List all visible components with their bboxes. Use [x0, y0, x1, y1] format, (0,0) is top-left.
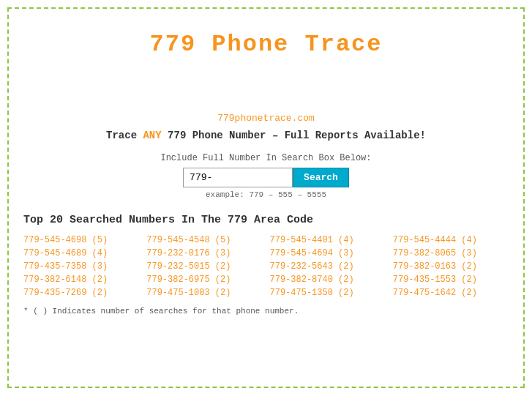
number-link[interactable]: 779-435-7358 (3): [23, 261, 139, 272]
search-input[interactable]: [183, 168, 293, 187]
number-link[interactable]: 779-232-5643 (2): [270, 261, 386, 272]
number-link[interactable]: 779-232-0176 (3): [146, 248, 262, 258]
number-link[interactable]: 779-382-0163 (2): [393, 261, 509, 272]
number-link[interactable]: 779-545-4694 (3): [270, 248, 386, 258]
number-link[interactable]: 779-382-6148 (2): [23, 275, 139, 285]
search-row: Search: [23, 168, 509, 187]
tagline-before: Trace: [106, 130, 143, 141]
footnote: * ( ) Indicates number of searches for t…: [23, 307, 509, 316]
site-url: 779phonetrace.com: [23, 113, 509, 124]
number-link[interactable]: 779-475-1003 (2): [146, 288, 262, 298]
number-link[interactable]: 779-475-1642 (2): [393, 288, 509, 298]
search-example: example: 779 – 555 – 5555: [23, 190, 509, 199]
page-container: 779 Phone Trace 779phonetrace.com Trace …: [7, 7, 525, 388]
search-button[interactable]: Search: [293, 168, 349, 187]
numbers-grid: 779-545-4698 (5)779-545-4548 (5)779-545-…: [23, 235, 509, 298]
tagline-any: ANY: [143, 130, 161, 141]
number-link[interactable]: 779-475-1350 (2): [270, 288, 386, 298]
number-link[interactable]: 779-545-4548 (5): [146, 235, 262, 245]
tagline: Trace ANY 779 Phone Number – Full Report…: [23, 130, 509, 141]
page-title: 779 Phone Trace: [23, 16, 509, 69]
tagline-after: 779 Phone Number – Full Reports Availabl…: [162, 130, 426, 141]
number-link[interactable]: 779-435-7269 (2): [23, 288, 139, 298]
number-link[interactable]: 779-382-6975 (2): [146, 275, 262, 285]
number-link[interactable]: 779-232-5015 (2): [146, 261, 262, 272]
number-link[interactable]: 779-545-4444 (4): [393, 235, 509, 245]
section-title: Top 20 Searched Numbers In The 779 Area …: [23, 214, 509, 226]
number-link[interactable]: 779-545-4689 (4): [23, 248, 139, 258]
number-link[interactable]: 779-545-4401 (4): [270, 235, 386, 245]
search-label: Include Full Number In Search Box Below:: [23, 153, 509, 163]
number-link[interactable]: 779-382-8740 (2): [270, 275, 386, 285]
number-link[interactable]: 779-382-8065 (3): [393, 248, 509, 258]
number-link[interactable]: 779-545-4698 (5): [23, 235, 139, 245]
number-link[interactable]: 779-435-1553 (2): [393, 275, 509, 285]
